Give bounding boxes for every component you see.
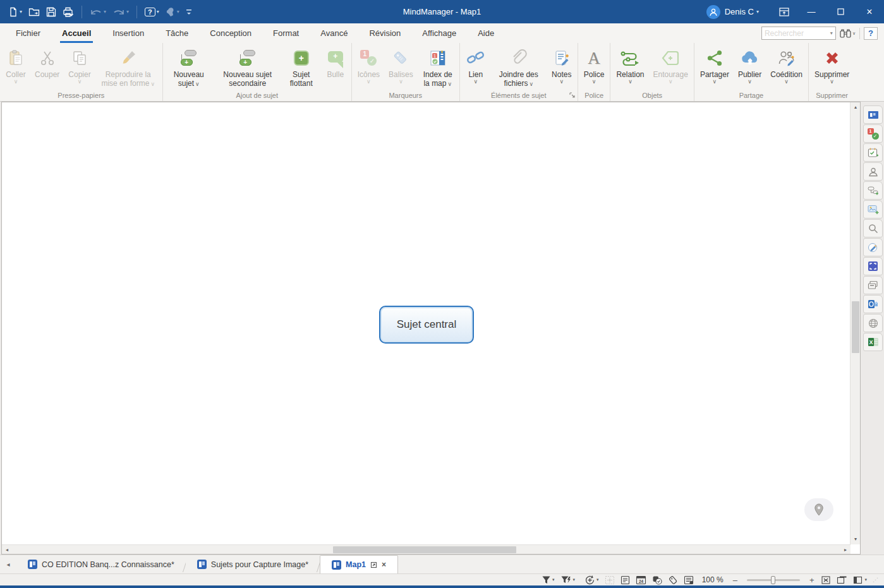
font-button[interactable]: A Police ∨ (579, 44, 609, 85)
doc-tab-2[interactable]: Sujets pour Capture Image* (186, 555, 320, 573)
location-pin-button[interactable] (804, 498, 833, 521)
horizontal-scroll-thumb[interactable] (333, 546, 516, 553)
search-box[interactable]: ▾ (761, 27, 836, 40)
map-index-button[interactable]: 1 Index de la map∨ (418, 44, 458, 89)
help-button[interactable]: ? (864, 27, 878, 40)
undo-button[interactable]: ▾ (88, 6, 108, 18)
smart-edit-pane-button[interactable] (863, 238, 883, 256)
publish-button[interactable]: Publier ∨ (734, 44, 766, 85)
close-button[interactable]: × (855, 0, 884, 23)
tab-revision[interactable]: Révision (358, 23, 411, 43)
tab-tache[interactable]: Tâche (155, 23, 199, 43)
zoom-in-button[interactable]: + (808, 575, 816, 585)
tab-aide[interactable]: Aide (467, 23, 505, 43)
boundary-button[interactable]: Entourage ∨ (648, 44, 692, 85)
minimize-button[interactable]: — (797, 0, 826, 23)
browser-windows-pane-button[interactable] (863, 276, 883, 294)
search-input[interactable] (762, 29, 830, 38)
link-button[interactable]: Lien ∨ (461, 44, 490, 85)
user-avatar[interactable] (706, 5, 720, 19)
redo-button[interactable]: ▾ (111, 6, 131, 18)
task-info-pane-button[interactable] (863, 143, 883, 162)
refresh-view-button[interactable]: ▾ (584, 575, 599, 585)
doc-tab-map1[interactable]: Map1 × (320, 555, 398, 573)
tags-button[interactable]: Balises ∨ (384, 44, 418, 85)
map-parts-pane-button[interactable] (863, 181, 883, 200)
cut-button[interactable]: Couper (30, 44, 64, 80)
scroll-right-arrow[interactable]: ▸ (840, 545, 851, 555)
map-view-pane-button[interactable] (863, 105, 883, 124)
print-button[interactable] (61, 5, 76, 19)
excel-pane-button[interactable]: X (863, 333, 883, 351)
tab-fichier[interactable]: Fichier (5, 23, 51, 43)
search-dropdown-icon[interactable]: ▾ (830, 30, 835, 36)
resources-pane-button[interactable] (863, 162, 883, 181)
tags-status-button[interactable] (668, 575, 678, 585)
scroll-down-arrow[interactable]: ▾ (851, 534, 861, 544)
panels-button[interactable]: ▾ (853, 576, 867, 584)
find-button[interactable]: ∨ (840, 28, 856, 38)
attach-files-button[interactable]: Joindre des fichiers∨ (490, 44, 547, 89)
doc-tab-1[interactable]: CO EDITION Banq...z Connaissance* (16, 555, 186, 573)
zoom-out-button[interactable]: – (732, 575, 739, 585)
copy-button[interactable]: Copier ∨ (64, 44, 95, 85)
delete-button[interactable]: Supprimer ∨ (810, 44, 854, 85)
zoom-slider-handle[interactable] (771, 576, 775, 584)
map-canvas[interactable]: Sujet central ▴ ▾ ◂ ▸ (1, 102, 861, 555)
new-topic-button[interactable]: + Nouveau sujet∨ (164, 44, 214, 89)
dialog-launcher-icon[interactable] (569, 92, 575, 99)
central-topic[interactable]: Sujet central (379, 306, 474, 344)
outlook-pane-button[interactable] (863, 295, 883, 313)
search-pane-button[interactable] (863, 219, 883, 237)
coediting-button[interactable]: Coédition ∨ (766, 44, 807, 85)
center-map-button[interactable] (605, 575, 615, 585)
callout-button[interactable]: + Bulle (321, 44, 350, 80)
notes-button[interactable]: Notes ∨ (547, 44, 576, 85)
print-icon (63, 7, 74, 17)
web-pane-button[interactable] (863, 314, 883, 332)
tab-avance[interactable]: Avancé (310, 23, 358, 43)
open-button[interactable] (27, 5, 42, 19)
markers-status-button[interactable] (652, 575, 662, 585)
zoom-slider[interactable] (747, 579, 800, 581)
index-status-button[interactable] (684, 575, 694, 585)
filter-button[interactable]: ▾ (542, 575, 555, 584)
view-layout-button[interactable] (837, 575, 847, 584)
power-filter-button[interactable]: ▾ (560, 575, 576, 584)
save-button[interactable] (44, 5, 58, 19)
new-document-button[interactable]: ▾ (6, 5, 24, 19)
tab-conception[interactable]: Conception (199, 23, 262, 43)
capture-pane-button[interactable] (863, 257, 883, 275)
schedule-button[interactable]: 24 (636, 575, 646, 585)
share-button[interactable]: Partager ∨ (696, 44, 734, 85)
format-painter-button[interactable]: Reproduire la mise en forme∨ (95, 44, 161, 89)
new-subtopic-button[interactable]: + Nouveau sujet secondaire (214, 44, 282, 88)
notes-pane-button[interactable] (621, 575, 630, 585)
vertical-scroll-thumb[interactable] (852, 301, 859, 353)
tab-scroll-left-button[interactable]: ◂ (0, 555, 16, 573)
scroll-up-arrow[interactable]: ▴ (851, 102, 861, 112)
pop-out-tab-icon[interactable] (370, 561, 377, 568)
tab-insertion[interactable]: Insertion (102, 23, 155, 43)
chevron-down-icon: ▾ (596, 577, 599, 582)
user-name-label[interactable]: Denis C (725, 7, 754, 16)
floating-topic-button[interactable]: + Sujet flottant (282, 44, 321, 88)
tab-affichage[interactable]: Affichage (411, 23, 467, 43)
vertical-scrollbar[interactable]: ▴ ▾ (850, 102, 860, 544)
maximize-button[interactable] (826, 0, 855, 23)
tab-accueil[interactable]: Accueil (51, 23, 102, 43)
scroll-left-arrow[interactable]: ◂ (2, 545, 12, 555)
tab-format[interactable]: Format (262, 23, 310, 43)
touch-mode-button[interactable]: ▾ (164, 5, 181, 19)
customize-qat-button[interactable] (184, 6, 194, 18)
markers-pane-button[interactable]: 1✓ (863, 124, 883, 143)
horizontal-scrollbar[interactable]: ◂ ▸ (2, 544, 851, 554)
ribbon-display-options-button[interactable] (772, 0, 797, 23)
paste-button[interactable]: Coller ∨ (1, 44, 30, 85)
library-pane-button[interactable] (863, 200, 883, 219)
close-tab-icon[interactable]: × (382, 560, 386, 569)
fit-map-button[interactable] (821, 575, 831, 585)
icons-marker-button[interactable]: 1✓ Icônes ∨ (353, 44, 384, 85)
help-menu-button[interactable]: ? ▾ (143, 6, 161, 18)
relationship-button[interactable]: Relation ∨ (612, 44, 648, 85)
